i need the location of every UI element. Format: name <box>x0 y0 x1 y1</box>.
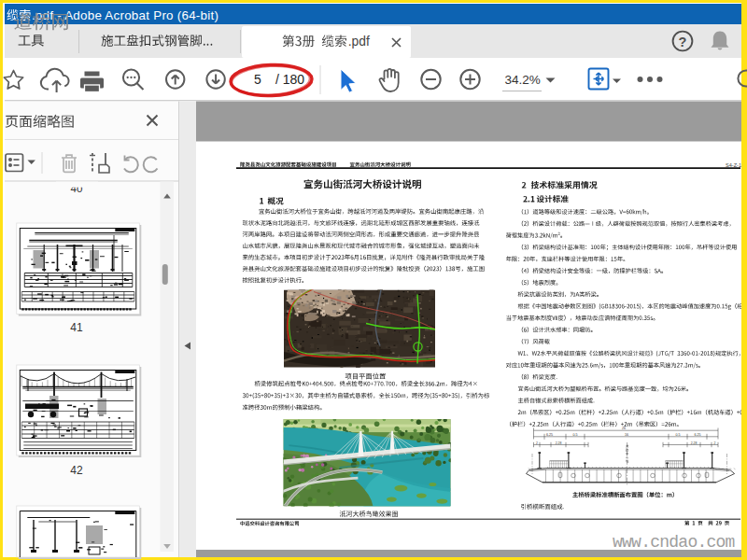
svg-text:26: 26 <box>622 427 626 430</box>
svg-text:2: 2 <box>536 441 538 445</box>
svg-text:6.25: 6.25 <box>695 433 701 437</box>
svg-text:/ 180: / 180 <box>275 72 304 87</box>
svg-text:?: ? <box>679 35 687 49</box>
svg-text:16: 16 <box>625 433 628 437</box>
svg-text:6.25: 6.25 <box>546 433 553 437</box>
svg-text:www.cndao.com: www.cndao.com <box>613 533 735 552</box>
svg-text:2.28: 2.28 <box>691 441 698 445</box>
svg-text:5: 5 <box>254 72 261 87</box>
svg-text:0.5: 0.5 <box>676 433 681 437</box>
svg-text:41: 41 <box>70 321 83 334</box>
svg-text:.pdf: .pdf <box>348 35 370 49</box>
svg-text:S4-Z-1: S4-Z-1 <box>726 162 741 168</box>
svg-text:34.2%: 34.2% <box>505 73 541 87</box>
svg-text:42: 42 <box>70 464 83 477</box>
svg-text:2: 2 <box>714 441 716 445</box>
svg-text:2.28: 2.28 <box>556 441 562 445</box>
svg-text:0.5: 0.5 <box>573 433 578 437</box>
